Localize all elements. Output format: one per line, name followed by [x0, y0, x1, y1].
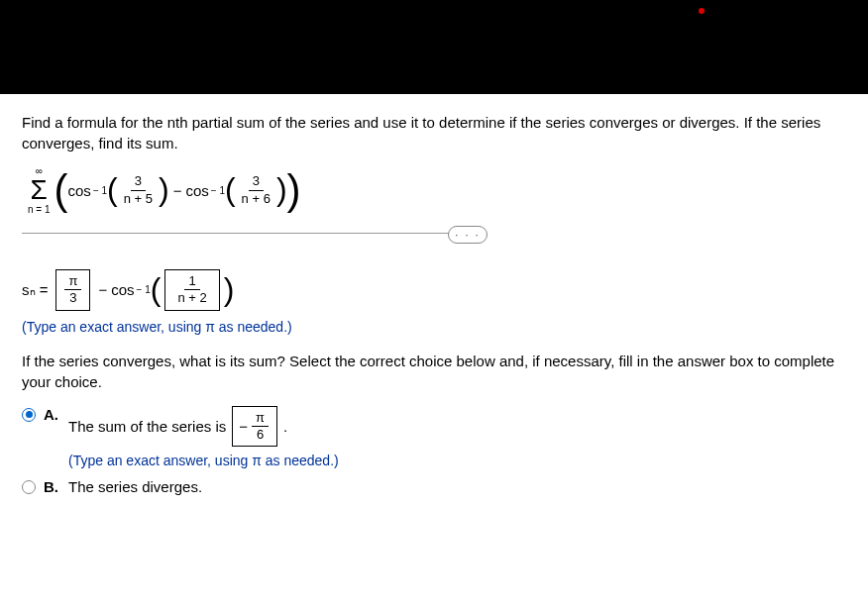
fraction-1: 3 n + 5	[120, 174, 157, 206]
red-indicator-dot	[699, 8, 705, 14]
frac1-num: 3	[131, 174, 146, 190]
choice-a-row: A. The sum of the series is − π 6 . (Typ…	[22, 406, 846, 469]
series-expression: ∞ Σ n = 1 ( cos − 1 ( 3 n + 5 ) − cos − …	[28, 165, 846, 215]
choice-b-text: The series diverges.	[68, 478, 846, 495]
choice-a-text: The sum of the series is	[68, 418, 226, 435]
sigma-notation: ∞ Σ n = 1	[28, 165, 51, 215]
radio-option-a[interactable]	[22, 408, 36, 422]
inverse-exponent-2: − 1	[211, 185, 225, 196]
choice-a-body: The sum of the series is − π 6 . (Type a…	[68, 406, 846, 469]
header-black-bar	[0, 0, 868, 94]
question-content: Find a formula for the nth partial sum o…	[0, 94, 868, 523]
frac2-den: n + 6	[238, 191, 274, 206]
inverse-exponent-1: − 1	[93, 185, 107, 196]
sum-neg: −	[239, 418, 248, 435]
close-paren-large: )	[287, 173, 301, 207]
cos-label-2: cos	[185, 182, 208, 199]
sigma-lower-limit: n = 1	[28, 204, 51, 215]
sum-frac: π 6	[252, 411, 269, 443]
sn-frac-1: π 3	[64, 274, 81, 306]
sn-frac2-num: 1	[184, 274, 199, 290]
fraction-2: 3 n + 6	[238, 174, 274, 206]
ellipsis-button[interactable]: · · ·	[448, 226, 488, 244]
close-paren-med-2: )	[276, 177, 287, 203]
answer-input-box-1[interactable]: π 3	[55, 269, 90, 311]
sn-inverse-exponent: − 1	[137, 284, 151, 295]
close-paren-med-1: )	[159, 177, 169, 203]
minus-operator: −	[173, 182, 182, 199]
sn-frac-2: 1 n + 2	[173, 274, 210, 306]
choice-a-period: .	[283, 418, 287, 435]
open-paren-med-1: (	[107, 177, 118, 203]
cos-label-1: cos	[68, 182, 91, 199]
sum-num: π	[252, 411, 269, 427]
choice-a-instruction: (Type an exact answer, using π as needed…	[68, 453, 846, 468]
sn-frac2-den: n + 2	[173, 290, 210, 305]
section-divider	[22, 233, 467, 234]
sn-cos-label: cos	[111, 281, 134, 298]
choice-b-label: B.	[44, 478, 58, 495]
choice-a-label: A.	[44, 406, 58, 423]
sn-instruction: (Type an exact answer, using π as needed…	[22, 319, 846, 335]
radio-option-b[interactable]	[22, 480, 36, 494]
choice-b-row: B. The series diverges.	[22, 478, 846, 495]
answer-input-box-2[interactable]: 1 n + 2	[164, 269, 219, 311]
sn-minus: −	[98, 281, 107, 298]
sn-close-paren: )	[224, 277, 235, 303]
sub-question: If the series converges, what is its sum…	[22, 351, 846, 392]
sum-answer-box[interactable]: − π 6	[232, 406, 277, 448]
frac2-num: 3	[249, 174, 264, 190]
sn-box1-num: π	[64, 274, 81, 290]
open-paren-med-2: (	[225, 177, 236, 203]
sn-label: sₙ =	[22, 281, 48, 299]
open-paren-large: (	[54, 173, 68, 207]
question-prompt: Find a formula for the nth partial sum o…	[22, 112, 846, 153]
sn-open-paren: (	[151, 277, 162, 303]
frac1-den: n + 5	[120, 191, 157, 206]
partial-sum-line: sₙ = π 3 − cos − 1 ( 1 n + 2 )	[22, 269, 846, 311]
sn-box1-den: 3	[65, 290, 80, 305]
sigma-icon: Σ	[31, 176, 48, 204]
sum-den: 6	[253, 427, 268, 442]
